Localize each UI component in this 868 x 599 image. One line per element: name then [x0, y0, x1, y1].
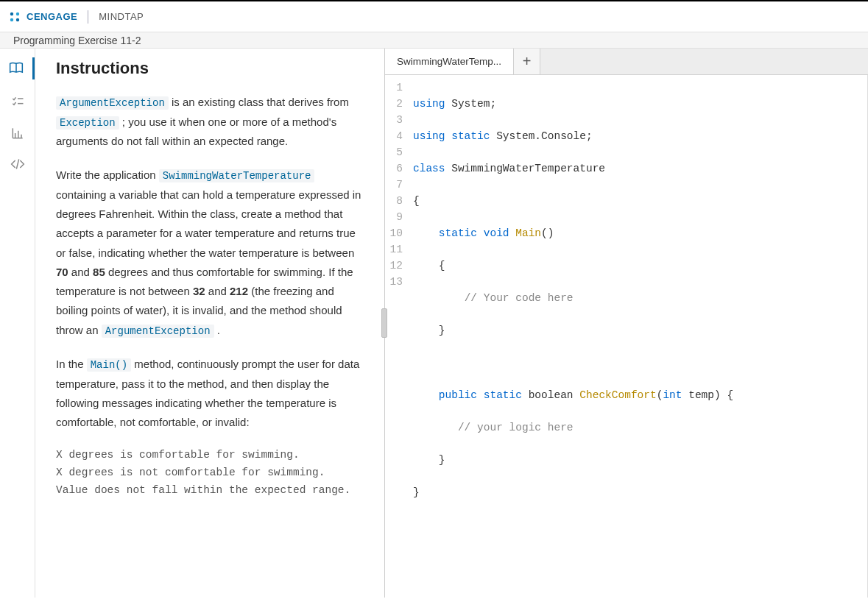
- code-line: [413, 355, 733, 371]
- code-line: // your logic here: [413, 419, 733, 436]
- code-ref: SwimmingWaterTemperature: [159, 169, 315, 182]
- code-icon[interactable]: [10, 156, 26, 172]
- code-line: }: [413, 484, 733, 500]
- instructions-p2: Write the application SwimmingWaterTempe…: [56, 166, 364, 340]
- code-line: {: [413, 193, 733, 209]
- editor-panel: SwimmingWaterTemp... + 12345678910111213…: [385, 49, 868, 598]
- svg-point-1: [16, 12, 19, 15]
- tab-file[interactable]: SwimmingWaterTemp...: [385, 49, 514, 74]
- book-icon[interactable]: [0, 57, 35, 79]
- instructions-p3: In the Main() method, continuously promp…: [56, 355, 364, 432]
- code-line: }: [413, 452, 733, 468]
- instructions-p1: ArgumentException is an existing class t…: [56, 93, 364, 151]
- editor-tabs: SwimmingWaterTemp... +: [385, 49, 868, 75]
- brand-logo: CENGAGE MINDTAP: [7, 10, 144, 24]
- code-content[interactable]: using System; using static System.Consol…: [409, 75, 733, 598]
- code-line: using static System.Console;: [413, 128, 733, 144]
- code-editor[interactable]: 12345678910111213 using System; using st…: [385, 75, 868, 598]
- code-line: {: [413, 258, 733, 274]
- svg-point-0: [10, 12, 13, 15]
- panel-resize-handle[interactable]: [381, 308, 387, 338]
- expected-output-block: X degrees is comfortable for swimming. X…: [56, 447, 364, 500]
- svg-line-11: [16, 159, 18, 169]
- code-ref: Exception: [56, 116, 119, 130]
- brand-name: CENGAGE: [27, 11, 77, 22]
- product-name: MINDTAP: [99, 11, 144, 22]
- left-sidebar: [0, 49, 35, 598]
- svg-point-3: [16, 18, 19, 21]
- code-line: }: [413, 322, 733, 339]
- breadcrumb-bar: Programming Exercise 11-2: [0, 32, 868, 49]
- add-tab-button[interactable]: +: [514, 49, 540, 74]
- svg-point-2: [10, 18, 13, 21]
- instructions-body: ArgumentException is an existing class t…: [35, 78, 384, 598]
- content-split: Instructions ArgumentException is an exi…: [35, 49, 868, 598]
- code-ref: ArgumentException: [56, 96, 169, 110]
- exercise-title: Programming Exercise 11-2: [13, 35, 141, 46]
- code-ref: ArgumentException: [102, 325, 214, 338]
- cengage-logo-icon: [7, 10, 22, 24]
- chart-icon[interactable]: [10, 125, 26, 141]
- code-ref: Main(): [87, 358, 131, 372]
- app-header: CENGAGE MINDTAP: [0, 1, 868, 32]
- code-line: class SwimmingWaterTemperature: [413, 160, 733, 177]
- code-line: using System;: [413, 96, 733, 112]
- line-gutter: 12345678910111213: [385, 75, 409, 598]
- main-content: Instructions ArgumentException is an exi…: [0, 49, 868, 598]
- code-line: // Your code here: [413, 290, 733, 306]
- instructions-heading: Instructions: [35, 49, 384, 78]
- instructions-panel: Instructions ArgumentException is an exi…: [35, 49, 385, 598]
- brand-separator: [88, 10, 88, 24]
- code-line: static void Main(): [413, 225, 733, 241]
- checklist-icon[interactable]: [10, 94, 26, 110]
- code-line: public static boolean CheckComfort(int t…: [413, 387, 733, 403]
